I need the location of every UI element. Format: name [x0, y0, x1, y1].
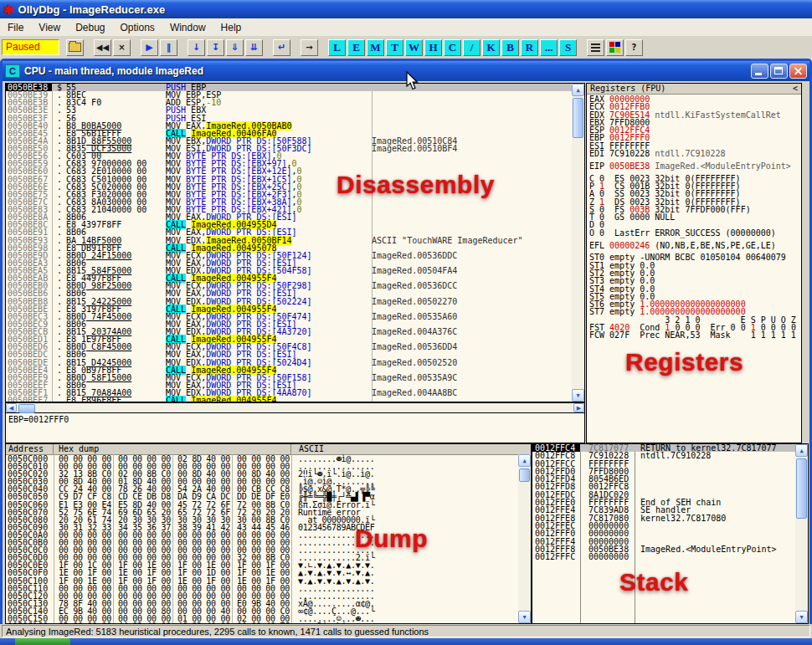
register-line: FCW 027F Prec NEAR,53 Mask 1 1 1 1 1 1 [587, 331, 801, 339]
patches-button[interactable]: / [463, 39, 481, 56]
disassembly-pane: 0050BE38$55PUSH EBP0050BE39.8BECMOV EBP,… [5, 83, 585, 402]
step-into-button[interactable]: ↓ [188, 39, 205, 56]
open-file-button[interactable] [66, 39, 84, 56]
hscroll-right-arrow[interactable]: ▶ [573, 403, 584, 412]
maximize-button[interactable] [770, 64, 788, 79]
annotation-dump: Dump [355, 525, 428, 553]
animate-over-button[interactable]: ⇊ [245, 39, 263, 56]
step-over-button[interactable]: ↧ [207, 39, 224, 56]
stack-pane: 0012FFC47C817077RETURN to kernel32.7C817… [532, 443, 809, 624]
sb-disasm-up-arrow[interactable]: ▲ [572, 84, 584, 96]
status-bar: Analysing ImageRed: 5183 heuristical pro… [0, 624, 812, 638]
annotation-disassembly: Disassembly [337, 171, 495, 199]
sb-stack-thumb[interactable] [796, 458, 807, 519]
registers-header-label: Registers (FPU) [590, 84, 666, 94]
disasm-row[interactable]: 0050BE3B.83C4 F0ADD ESP,-10 [6, 99, 584, 106]
toolbar: Paused ◀◀×▶‖↓↧⇓⇊↵→LEMTWHC/KBR...S? [0, 36, 812, 59]
dump-header-hex: Hex dump [54, 444, 291, 454]
disassembly-scrollbar[interactable]: ▲▼ [572, 84, 584, 402]
register-line: T 0 GS 0000 NULL [587, 213, 801, 221]
window-title: OllyDbg - ImageReducer.exe [18, 3, 166, 16]
collapse-icon[interactable]: < [793, 84, 798, 94]
sb-disasm-thumb[interactable] [573, 98, 583, 138]
taskbar-strip [0, 638, 812, 645]
dump-scrollbar[interactable]: ▲▼ [518, 454, 531, 623]
close-program-button[interactable]: × [113, 39, 131, 56]
dump-header-ascii: ASCII [291, 444, 324, 454]
animate-into-button[interactable]: ⇓ [226, 39, 244, 56]
menu-view[interactable]: View [31, 20, 68, 35]
disassembly-hscrollbar[interactable]: ◀▶ [5, 402, 585, 413]
open-folder-icon [69, 43, 81, 52]
menu-bar: FileViewDebugOptionsWindowHelp [0, 18, 812, 37]
options-icon [591, 44, 600, 52]
main-titlebar: ✱ OllyDbg - ImageReducer.exe [0, 0, 812, 18]
paused-status-badge: Paused [2, 39, 59, 55]
stack-row[interactable]: 0012FFFC00000000 [532, 553, 808, 561]
ollydbg-icon: ✱ [3, 3, 14, 16]
sb-stack-up-arrow[interactable]: ▲ [795, 444, 808, 457]
stack-scrollbar[interactable]: ▲▼ [795, 444, 808, 623]
hscroll-thumb[interactable] [18, 404, 35, 413]
info-line: EBP=0012FFF0 [6, 413, 584, 426]
log-button[interactable]: L [328, 39, 346, 56]
threads-button[interactable]: T [386, 39, 403, 56]
dump-header-address: Address [6, 444, 54, 454]
mouse-cursor [406, 71, 419, 91]
sb-dump-up-arrow[interactable]: ▲ [518, 454, 531, 467]
appearance-icon [609, 42, 620, 53]
disasm-row[interactable]: 0050BEF7.E8 F896F8FFCALL ImageRed.004955… [6, 397, 584, 402]
disasm-row[interactable]: 0050BE38$55PUSH EBP [6, 84, 584, 91]
minimize-button[interactable] [751, 64, 768, 79]
appearance-button[interactable] [606, 39, 624, 56]
references-button[interactable]: R [521, 39, 538, 56]
dump-pane: Address Hex dump ASCII 0050C00000 00 00 … [5, 443, 532, 624]
cpu-button[interactable]: C [444, 39, 461, 56]
run-trace-button[interactable]: ... [540, 39, 558, 56]
sb-dump-thumb[interactable] [519, 468, 530, 482]
handles-button[interactable]: H [424, 39, 442, 56]
menu-file[interactable]: File [0, 20, 31, 35]
execute-till-return-button[interactable]: ↵ [273, 39, 290, 56]
go-to-address-button[interactable]: → [301, 39, 318, 56]
register-line: EDI 7C910228 ntdll.7C910228 [587, 150, 801, 157]
windows-button[interactable]: W [405, 39, 423, 56]
disasm-row[interactable]: 0050BE3E.53PUSH EBX [6, 106, 584, 114]
sb-stack-down-arrow[interactable]: ▼ [795, 611, 808, 623]
register-line: EFL 00000246 (NO,NB,E,BE,NS,PE,GE,LE) [587, 242, 801, 249]
run-button[interactable]: ▶ [141, 39, 158, 56]
menu-help[interactable]: Help [213, 20, 249, 35]
registers-header: Registers (FPU) < [587, 84, 801, 95]
call-stack-button[interactable]: K [482, 39, 500, 56]
annotation-stack: Stack [619, 568, 689, 596]
registers-pane: Registers (FPU) < EAX 00000000ECX 0012FF… [586, 83, 802, 443]
taskbar-button[interactable] [15, 638, 70, 645]
executables-button[interactable]: E [347, 39, 365, 56]
pause-button[interactable]: ‖ [160, 39, 177, 56]
menu-window[interactable]: Window [162, 20, 213, 35]
source-button[interactable]: S [559, 39, 577, 56]
menu-debug[interactable]: Debug [68, 20, 112, 35]
status-text: Analysing ImageRed: 5183 heuristical pro… [2, 625, 810, 637]
breakpoints-button[interactable]: B [501, 39, 519, 56]
sb-dump-down-arrow[interactable]: ▼ [518, 611, 531, 623]
close-button[interactable] [789, 64, 807, 79]
register-line: O 0 LastErr ERROR_SUCCESS (00000000) [587, 229, 801, 237]
memory-button[interactable]: M [367, 39, 384, 56]
restart-button[interactable]: ◀◀ [94, 39, 111, 56]
help-button[interactable]: ? [625, 39, 643, 56]
register-line: EIP 0050BE38 ImageRed.<ModuleEntryPoint> [587, 162, 801, 170]
annotation-registers: Registers [625, 348, 743, 376]
cpu-window-icon: C [5, 64, 20, 78]
options-menu-button[interactable] [587, 39, 604, 56]
cpu-window-title: CPU - main thread, module ImageRed [24, 65, 749, 77]
information-pane: EBP=0012FFF0 [5, 412, 585, 443]
hscroll-left-arrow[interactable]: ◀ [6, 403, 17, 412]
sb-disasm-down-arrow[interactable]: ▼ [572, 389, 584, 402]
menu-options[interactable]: Options [113, 20, 162, 35]
